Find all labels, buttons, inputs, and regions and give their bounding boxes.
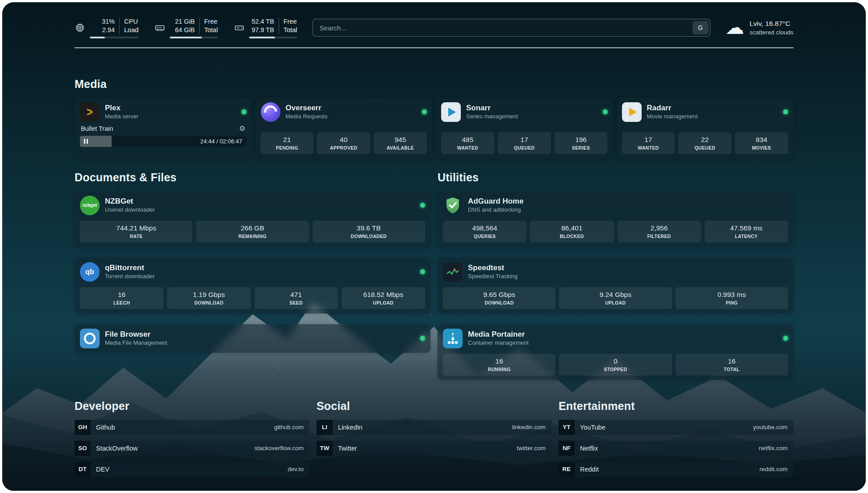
radarr-icon [622,102,642,122]
app-name: AdGuard Home [468,196,524,206]
cpu-load-label: Load [124,26,138,34]
bookmark-github[interactable]: GH Github github.com [75,420,309,435]
stat-value: 47.569 ms [730,224,762,233]
stat-value: 485 [462,135,473,145]
app-subtitle: Media File Management [105,339,167,347]
nzbget-icon: nzbget [80,196,100,215]
stat: 86,401 BLOCKED [530,221,613,242]
plex-progress-bar[interactable]: 24:44 / 02:06:47 [80,136,246,147]
disk-metric: 52.4 TB 97.9 TB Free Total [234,17,297,38]
stat-label: UPLOAD [373,300,393,306]
stat-value: 2,956 [651,224,668,233]
app-name: Media Portainer [468,330,529,339]
app-name: qBittorrent [105,263,154,273]
bookmark-netflix[interactable]: NF Netflix netflix.com [559,441,793,456]
weather-condition: scattered clouds [750,29,793,37]
ram-total-label: Total [204,26,218,34]
stat-value: 9.24 Gbps [600,290,632,300]
stat-label: LEECH [113,300,130,306]
bookmark-name: Github [91,424,115,431]
app-card-overseerr[interactable]: Overseerr Media Requests 21 PENDING 40 A… [255,98,433,159]
app-subtitle: Movie management [647,113,698,121]
bookmark-dev[interactable]: DT DEV dev.to [75,462,309,477]
section-developer: Developer GH Github github.com SO StackO… [75,400,309,477]
search-bar[interactable]: G [313,19,710,37]
stat-value: 0 [613,357,618,366]
app-card-portainer[interactable]: Media Portainer Container management 16 … [438,324,793,380]
stat: 834 MOVIES [735,132,788,154]
cloud-icon: ☁ [726,18,744,37]
pause-icon[interactable] [84,139,88,144]
stat-label: UPLOAD [605,300,626,306]
linkedin-icon: LI [317,420,333,435]
stat: 39.6 TB DOWNLOADED [313,221,425,242]
bookmark-name: Netflix [575,445,598,452]
stat-value: 0.993 ms [718,290,746,300]
disk-progress-track [249,37,297,38]
section-title-utilities: Utilities [438,171,793,184]
speedtest-icon [443,262,463,282]
bookmark-url: linkedin.com [512,424,551,430]
stat-value: 17 [644,135,652,145]
bookmark-twitter[interactable]: TW Twitter twitter.com [317,441,551,456]
status-dot [420,336,425,341]
app-name: Radarr [647,103,698,113]
app-card-nzbget[interactable]: nzbget NZBGet Usenet downloader 744.21 M… [75,191,430,247]
app-name: File Browser [105,330,167,339]
gear-icon[interactable]: ⚙ [239,125,245,132]
bookmark-stackoverflow[interactable]: SO StackOverflow stackoverflow.com [75,441,309,456]
stat-label: LATENCY [735,233,758,239]
app-name: Plex [105,103,138,113]
stat-label: SEED [289,300,303,306]
stat-value: 16 [118,290,125,300]
disk-free: 52.4 TB [251,17,274,26]
github-icon: GH [75,420,91,435]
bookmark-reddit[interactable]: RE Reddit reddit.com [559,462,793,477]
app-card-radarr[interactable]: Radarr Movie management 17 WANTED 22 QUE… [617,98,794,159]
bookmark-name: DEV [91,466,109,473]
dashboard-window: 31% 2.94 CPU Load [2,2,866,491]
stat-label: RUNNING [488,366,511,372]
dev-icon: DT [75,462,91,477]
stat: 21 PENDING [261,132,314,154]
stat-label: QUERIES [474,233,496,239]
bookmark-youtube[interactable]: YT YouTube youtube.com [559,420,793,435]
app-card-qbittorrent[interactable]: qb qBittorrent Torrent downloader 16 [75,258,430,313]
cpu-progress-fill [90,37,105,38]
app-card-plex[interactable]: > Plex Media server Bullet Train ⚙ [75,98,252,159]
stat-value: 39.6 TB [357,224,381,233]
app-card-filebrowser[interactable]: File Browser Media File Management [75,324,430,353]
cpu-progress-track [90,37,138,38]
search-engine-button[interactable]: G [693,21,709,34]
adguard-icon [443,196,463,215]
ram-progress-fill [170,37,202,38]
search-input[interactable] [314,24,693,32]
section-title-documents: Documents & Files [75,171,430,184]
stat-label: SERIES [572,145,590,151]
netflix-icon: NF [559,441,575,456]
app-card-sonarr[interactable]: Sonarr Series management 485 WANTED 17 Q… [436,98,613,159]
app-card-adguard[interactable]: AdGuard Home DNS and adblocking 498,564 … [438,191,793,247]
stat-value: 9.65 Gbps [483,290,515,300]
stat-label: QUEUED [694,145,715,151]
stat-value: 1.19 Gbps [193,290,225,300]
bookmark-linkedin[interactable]: LI LinkedIn linkedin.com [317,420,551,435]
stat: 47.569 ms LATENCY [705,221,788,242]
app-subtitle: DNS and adblocking [468,206,524,214]
app-subtitle: Container management [468,339,529,347]
ram-total: 64 GiB [175,26,195,34]
cpu-metric: 31% 2.94 CPU Load [75,17,138,38]
weather-widget[interactable]: ☁ Lviv, 16.87°C scattered clouds [726,18,793,37]
ram-progress-track [170,37,218,38]
bookmark-name: Twitter [333,445,357,452]
section-documents: Documents & Files nzbget NZBGet Usenet d… [75,171,430,380]
stat: 471 SEED [255,287,338,309]
system-metrics: 31% 2.94 CPU Load [75,17,297,38]
app-card-speedtest[interactable]: Speedtest Speedtest Tracking 9.65 Gbps D… [438,258,793,313]
ram-metric: 21 GiB 64 GiB Free Total [154,17,218,38]
section-title-entertainment: Entertainment [559,400,793,413]
stat: 22 QUEUED [678,132,731,154]
youtube-icon: YT [559,420,575,435]
stat-value: 22 [701,135,709,145]
status-dot [420,203,425,208]
